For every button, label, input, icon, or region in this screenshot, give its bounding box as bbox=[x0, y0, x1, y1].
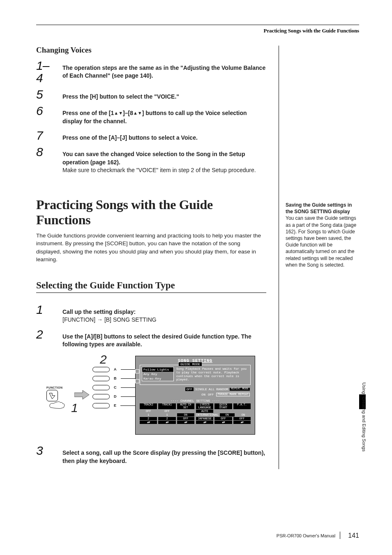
step-text-bold: You can save the changed Voice selection… bbox=[62, 151, 245, 165]
t: Press one of the [1 bbox=[62, 110, 114, 116]
guide-steps-cont: 3 Select a song, call up the Score displ… bbox=[36, 444, 266, 465]
panel-button-c bbox=[92, 385, 110, 390]
select-down-icon bbox=[135, 379, 139, 383]
intro-paragraph: The Guide functions provide convenient l… bbox=[36, 232, 266, 264]
v: 1 bbox=[158, 413, 175, 417]
step-text: Press the [H] button to select the "VOIC… bbox=[62, 93, 179, 101]
step-text: The operation steps are the same as in t… bbox=[62, 64, 266, 80]
guide-mode-description: Song Playback Pauses and waits for you t… bbox=[175, 367, 248, 382]
function-button-illustration: FUNCTION bbox=[46, 386, 71, 401]
tri-row: ▲▼ ▲▼ ▲▼ bbox=[196, 421, 251, 424]
v: 1 bbox=[140, 413, 157, 417]
footer: PSR-OR700 Owner's Manual 141 bbox=[277, 532, 359, 539]
t: ]–[8 bbox=[123, 110, 133, 116]
step-number: 3 bbox=[36, 444, 53, 457]
v: OFF bbox=[177, 417, 194, 420]
v: ON bbox=[236, 413, 251, 417]
section-thumb-tab: Using, Creating and Editing Songs bbox=[359, 370, 366, 464]
figure-callout-2: 2 bbox=[100, 352, 107, 366]
up-triangle-icon bbox=[133, 110, 138, 116]
side-column: Saving the Guide settings in the SONG SE… bbox=[279, 46, 359, 469]
step-text-bold: Press one of the [A]–[J] buttons to sele… bbox=[62, 134, 198, 141]
v: AUTO bbox=[196, 410, 213, 413]
down-triangle-icon bbox=[118, 110, 123, 116]
heading-guide-functions: Practicing Songs with the Guide Function… bbox=[36, 197, 266, 228]
content-columns: Changing Voices 1–4 The operation steps … bbox=[36, 46, 359, 469]
step-number: 5 bbox=[36, 88, 53, 101]
updown-icon: ▲▼ bbox=[158, 421, 175, 424]
step-text-bold: Select a song, call up the Score display… bbox=[62, 449, 265, 464]
h: TRACK2 bbox=[140, 403, 157, 409]
panel-label: C bbox=[114, 385, 117, 389]
list-item: Karao-Key bbox=[142, 376, 173, 381]
v: OFF bbox=[214, 417, 232, 420]
panel-label: E bbox=[114, 403, 116, 408]
step-text-bold: Use the [A]/[B] buttons to select the de… bbox=[62, 333, 251, 348]
step-number: 8 bbox=[36, 146, 53, 158]
step-number: 1–4 bbox=[36, 60, 53, 84]
leader-line bbox=[120, 405, 137, 406]
step-text-bold: The operation steps are the same as in t… bbox=[62, 64, 265, 79]
changing-voices-steps: 1–4 The operation steps are the same as … bbox=[36, 60, 266, 174]
opt: OFF bbox=[185, 387, 194, 391]
guide-step-1: 1 Call up the setting display: [FUNCTION… bbox=[36, 304, 266, 324]
step-text: Press one of the [1]–[8] buttons to call… bbox=[62, 109, 266, 125]
v: OFF bbox=[158, 410, 175, 413]
label: REPEAT MODE bbox=[230, 388, 250, 391]
v bbox=[177, 410, 194, 413]
label: PHRASE MARK REPEAT bbox=[216, 393, 250, 396]
v bbox=[233, 410, 251, 413]
running-head: Practicing Songs with the Guide Function… bbox=[36, 28, 359, 34]
lcd-inner: SONG SETTING GUIDE MODE Follow Lights An… bbox=[137, 358, 253, 433]
opt: RANDOM bbox=[216, 387, 228, 391]
v: 2 bbox=[158, 417, 175, 420]
lcd-screen: SONG SETTING GUIDE MODE Follow Lights An… bbox=[135, 356, 255, 435]
phrase-mark-row: ON OFF PHRASE MARK REPEAT bbox=[141, 393, 250, 396]
updown-icon: ▲▼ bbox=[233, 421, 251, 424]
v: JAPANESE bbox=[196, 417, 213, 420]
list-item: Follow Lights bbox=[142, 367, 173, 372]
step-number: 7 bbox=[36, 129, 53, 142]
opt: OFF bbox=[208, 393, 214, 396]
manual-name: PSR-OR700 Owner's Manual bbox=[277, 533, 335, 538]
step-text: Call up the setting display: [FUNCTION] … bbox=[62, 308, 157, 324]
step-text: Use the [A]/[B] buttons to select the de… bbox=[62, 333, 266, 349]
leader-line bbox=[121, 369, 137, 370]
guide-mode-box: GUIDE MODE Follow Lights Any Key Karao-K… bbox=[140, 365, 251, 385]
leader-line bbox=[121, 396, 137, 397]
v: OFF bbox=[233, 417, 251, 420]
leader-line bbox=[121, 387, 137, 388]
thumb-tab-text: Using, Creating and Editing Songs bbox=[358, 370, 367, 464]
panel-button-a bbox=[92, 367, 110, 372]
main-column: Changing Voices 1–4 The operation steps … bbox=[36, 46, 266, 469]
ch-vals: OFF OFF bbox=[140, 410, 194, 413]
function-button-icon bbox=[46, 390, 58, 401]
h: AUTO CH SET bbox=[177, 403, 194, 409]
repeat-mode-row: OFF SINGLE ALL RANDOM REPEAT MODE bbox=[141, 387, 250, 391]
opt: ALL bbox=[209, 387, 214, 391]
updown-icon: ▲▼ bbox=[140, 421, 157, 424]
step-text: You can save the changed Voice selection… bbox=[62, 150, 266, 174]
heading-changing-voices: Changing Voices bbox=[36, 46, 266, 55]
channel-row: TRACK2 TRACK1 AUTO CH SET OFF OFF bbox=[140, 403, 251, 424]
channel-right-group: LYRICS LANGUAGE QUICK START P.A.T. AUTO bbox=[196, 403, 251, 424]
guide-mode-label: GUIDE MODE bbox=[179, 362, 202, 366]
leader-line bbox=[121, 378, 137, 379]
panel-row: E bbox=[92, 401, 137, 410]
function-label: FUNCTION bbox=[46, 386, 71, 389]
channel-left-group: TRACK2 TRACK1 AUTO CH SET OFF OFF bbox=[140, 403, 194, 424]
step-text-bold: Call up the setting display: bbox=[62, 309, 136, 315]
opt: SINGLE bbox=[195, 387, 207, 391]
page: Practicing Songs with the Guide Function… bbox=[0, 0, 392, 555]
figure-callout-1: 1 bbox=[71, 401, 78, 415]
up-triangle-icon bbox=[114, 110, 118, 116]
updown-icon: ▲▼ bbox=[177, 421, 194, 424]
figure: 2 1 FUNCTION bbox=[46, 353, 256, 435]
opt: ON bbox=[201, 393, 205, 396]
channel-setting-title: ···· CHANNEL SETTING ···· bbox=[137, 399, 253, 403]
step-8: 8 You can save the changed Voice selecti… bbox=[36, 146, 266, 174]
hand-icon bbox=[48, 400, 69, 409]
list-item: Any Key bbox=[142, 372, 173, 376]
v: INTERNATIONAL bbox=[196, 413, 219, 417]
step-number: 6 bbox=[36, 105, 53, 117]
